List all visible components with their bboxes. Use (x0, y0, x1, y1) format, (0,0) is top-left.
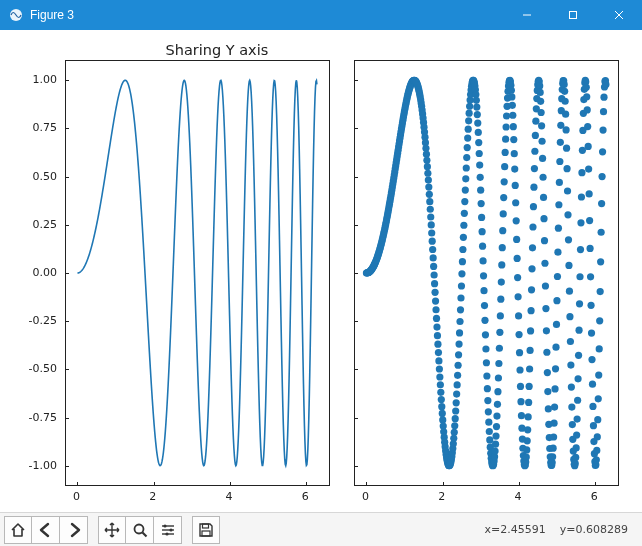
svg-point-192 (453, 399, 460, 406)
y-tick-label: 1.00 (33, 73, 58, 86)
svg-point-451 (577, 246, 584, 253)
svg-point-423 (563, 165, 570, 172)
forward-button[interactable] (60, 516, 88, 544)
svg-point-289 (499, 227, 506, 234)
back-button[interactable] (32, 516, 60, 544)
svg-point-296 (503, 123, 510, 130)
svg-point-453 (578, 193, 585, 200)
svg-point-487 (594, 416, 601, 423)
configure-subplots-button[interactable] (154, 516, 182, 544)
y-tick-label: 0.00 (33, 266, 58, 279)
svg-point-367 (537, 89, 544, 96)
svg-point-404 (554, 249, 561, 256)
svg-point-201 (457, 306, 464, 313)
svg-point-468 (585, 165, 592, 172)
status-x-label: x= (485, 523, 501, 536)
window-close-button[interactable] (596, 0, 642, 30)
svg-point-218 (465, 117, 472, 124)
svg-point-309 (509, 102, 516, 109)
svg-point-421 (562, 126, 569, 133)
svg-point-432 (568, 384, 575, 391)
svg-point-190 (452, 415, 459, 422)
x-axis-ticks: 0246 (354, 486, 619, 506)
svg-point-286 (498, 279, 505, 286)
svg-point-351 (529, 244, 536, 251)
svg-point-149 (432, 297, 439, 304)
line-plot-area[interactable] (65, 60, 330, 486)
svg-point-400 (552, 344, 559, 351)
x-tick-label: 0 (362, 490, 369, 503)
pan-button[interactable] (98, 516, 126, 544)
svg-point-252 (481, 317, 488, 324)
svg-point-206 (459, 246, 466, 253)
svg-point-164 (439, 416, 446, 423)
window-minimize-button[interactable] (504, 0, 550, 30)
home-button[interactable] (4, 516, 32, 544)
svg-point-202 (457, 294, 464, 301)
svg-point-393 (549, 453, 556, 460)
svg-point-220 (466, 103, 473, 110)
svg-point-508 (163, 524, 166, 527)
svg-point-471 (586, 245, 593, 252)
svg-point-312 (510, 136, 517, 143)
svg-point-163 (439, 410, 446, 417)
svg-point-447 (575, 352, 582, 359)
svg-point-443 (573, 432, 580, 439)
figure-canvas[interactable]: Sharing Y axis -1.00-0.75-0.50-0.250.000… (0, 30, 642, 512)
svg-point-133 (424, 170, 431, 177)
svg-point-214 (463, 154, 470, 161)
svg-point-144 (430, 254, 437, 261)
svg-point-433 (568, 403, 575, 410)
svg-point-215 (464, 144, 471, 151)
svg-point-210 (461, 198, 468, 205)
svg-point-158 (436, 373, 443, 380)
svg-point-288 (499, 244, 506, 251)
svg-point-292 (501, 178, 508, 185)
svg-point-383 (544, 388, 551, 395)
svg-point-434 (569, 421, 576, 428)
svg-point-321 (515, 293, 522, 300)
svg-point-205 (459, 258, 466, 265)
svg-point-344 (526, 383, 533, 390)
svg-point-261 (486, 428, 493, 435)
svg-point-401 (553, 321, 560, 328)
svg-point-368 (537, 98, 544, 105)
save-button[interactable] (192, 516, 220, 544)
svg-point-216 (464, 134, 471, 141)
svg-point-402 (553, 297, 560, 304)
svg-point-189 (451, 422, 458, 429)
scatter-plot-area[interactable] (354, 60, 619, 486)
svg-point-287 (498, 261, 505, 268)
svg-point-496 (598, 173, 605, 180)
svg-point-241 (476, 161, 483, 168)
svg-point-327 (517, 398, 524, 405)
svg-point-377 (541, 260, 548, 267)
svg-point-262 (486, 436, 493, 443)
svg-point-314 (511, 165, 518, 172)
svg-point-323 (515, 331, 522, 338)
app-icon (8, 7, 24, 23)
svg-point-290 (500, 210, 507, 217)
window-maximize-button[interactable] (550, 0, 596, 30)
right-axes: 0246 (354, 60, 619, 506)
svg-point-285 (497, 296, 504, 303)
svg-point-217 (465, 126, 472, 133)
svg-point-379 (542, 305, 549, 312)
svg-point-275 (492, 432, 499, 439)
zoom-button[interactable] (126, 516, 154, 544)
svg-point-485 (593, 447, 600, 454)
x-axis-ticks: 0246 (65, 486, 330, 506)
svg-point-494 (598, 229, 605, 236)
svg-point-441 (572, 454, 579, 461)
svg-point-375 (540, 215, 547, 222)
svg-point-150 (432, 306, 439, 313)
svg-point-491 (596, 317, 603, 324)
svg-point-464 (583, 93, 590, 100)
svg-point-373 (539, 174, 546, 181)
svg-point-203 (458, 282, 465, 289)
x-tick-label: 2 (149, 490, 156, 503)
svg-point-488 (595, 395, 602, 402)
svg-point-427 (565, 262, 572, 269)
svg-point-378 (542, 282, 549, 289)
svg-point-280 (495, 374, 502, 381)
